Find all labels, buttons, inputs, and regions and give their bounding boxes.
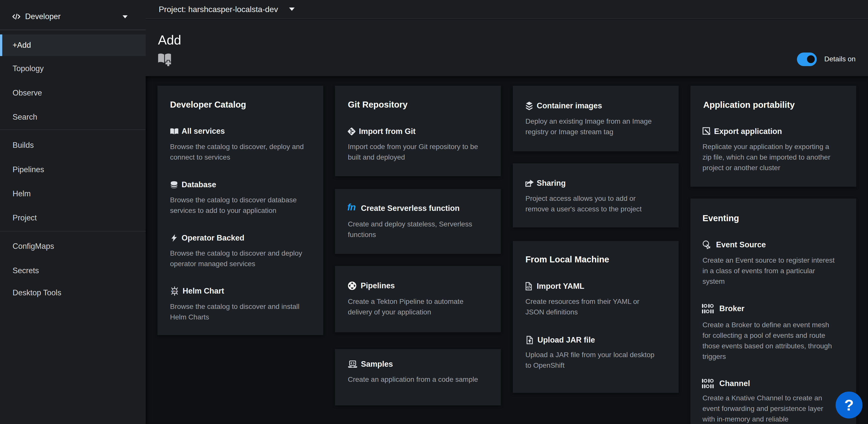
svg-text:HELM: HELM [171,290,178,292]
